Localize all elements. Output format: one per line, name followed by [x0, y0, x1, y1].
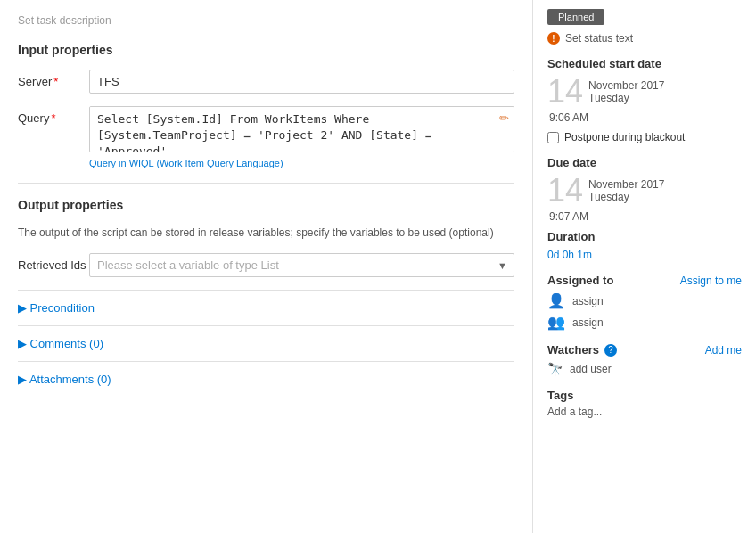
retrieved-ids-row: Retrieved Ids Please select a variable o… [18, 253, 514, 277]
assign-group-label: assign [572, 316, 604, 329]
due-day: 14 [547, 175, 583, 207]
output-description: The output of the script can be stored i… [18, 225, 514, 241]
assign-person-label: assign [572, 295, 604, 308]
assign-person-row[interactable]: 👤 assign [547, 292, 742, 309]
query-required: * [51, 111, 55, 125]
query-row: Query* Select [System.Id] From WorkItems… [18, 106, 514, 168]
assigned-to-section: Assigned to Assign to me 👤 assign 👥 assi… [547, 274, 742, 331]
start-day: 14 [547, 76, 583, 108]
info-icon: ! [547, 32, 560, 45]
server-required: * [53, 75, 58, 88]
server-input-wrapper [89, 70, 514, 94]
task-description-placeholder[interactable]: Set task description [18, 14, 514, 27]
tags-title: Tags [547, 389, 742, 402]
duration-section: Duration 0d 0h 1m [547, 230, 742, 261]
assigned-to-header: Assigned to Assign to me [547, 274, 742, 287]
due-time: 9:07 AM [547, 210, 742, 223]
server-label: Server* [18, 70, 89, 88]
assigned-to-title: Assigned to [547, 274, 613, 287]
due-date-title: Due date [547, 156, 742, 169]
comments-label: ▶ Comments (0) [18, 337, 103, 350]
divider-1 [18, 183, 514, 184]
tags-section: Tags Add a tag... [547, 389, 742, 418]
precondition-section[interactable]: ▶ Precondition [18, 290, 514, 325]
due-weekday: Tuesday [588, 191, 664, 203]
add-user-label: add user [570, 363, 612, 375]
add-user-row[interactable]: 🔭 add user [547, 362, 742, 376]
start-time: 9:06 AM [547, 111, 742, 124]
status-text[interactable]: Set status text [565, 32, 633, 45]
postpone-checkbox[interactable] [547, 132, 559, 144]
postpone-label: Postpone during blackout [564, 131, 685, 144]
server-row: Server* [18, 70, 514, 94]
duration-value: 0d 0h 1m [547, 249, 742, 261]
output-properties-title: Output properties [18, 198, 514, 212]
query-textarea[interactable]: Select [System.Id] From WorkItems Where … [89, 106, 514, 152]
status-row: ! Set status text [547, 32, 742, 45]
retrieved-ids-select-wrapper: Please select a variable of type List ▼ [89, 253, 514, 277]
help-icon[interactable]: ? [604, 344, 617, 357]
start-date-text: November 2017 Tuesday [588, 76, 664, 104]
duration-title: Duration [547, 230, 742, 243]
retrieved-ids-label: Retrieved Ids [18, 253, 89, 272]
retrieved-ids-select[interactable]: Please select a variable of type List [89, 253, 514, 277]
due-date-text: November 2017 Tuesday [588, 175, 664, 203]
planned-badge: Planned [547, 9, 604, 25]
comments-section[interactable]: ▶ Comments (0) [18, 325, 514, 361]
watchers-section: Watchers ? Add me 🔭 add user [547, 343, 742, 376]
watchers-header: Watchers ? Add me [547, 343, 742, 357]
postpone-row: Postpone during blackout [547, 131, 742, 144]
input-properties-title: Input properties [18, 43, 514, 57]
scheduled-start-date-display: 14 November 2017 Tuesday [547, 76, 742, 108]
assign-group-row[interactable]: 👥 assign [547, 314, 742, 331]
query-wrapper: Select [System.Id] From WorkItems Where … [89, 106, 514, 168]
query-hint[interactable]: Query in WIQL (Work Item Query Language) [89, 158, 514, 168]
attachments-section[interactable]: ▶ Attachments (0) [18, 361, 514, 397]
scheduled-start-title: Scheduled start date [547, 57, 742, 70]
start-month-year: November 2017 [588, 79, 664, 92]
attachments-label: ▶ Attachments (0) [18, 373, 111, 386]
watchers-title: Watchers [547, 343, 599, 357]
query-edit-icon[interactable]: ✏ [499, 111, 509, 125]
add-me-link[interactable]: Add me [705, 344, 742, 357]
person-icon: 👤 [547, 292, 565, 309]
add-tag-link[interactable]: Add a tag... [547, 406, 742, 418]
start-weekday: Tuesday [588, 92, 664, 104]
server-input[interactable] [89, 70, 514, 94]
assign-to-me-link[interactable]: Assign to me [680, 275, 742, 287]
watchers-title-group: Watchers ? [547, 343, 617, 357]
binoculars-icon: 🔭 [547, 362, 563, 376]
precondition-label: ▶ Precondition [18, 301, 94, 315]
due-date-display: 14 November 2017 Tuesday [547, 175, 742, 207]
query-label: Query* [18, 106, 89, 125]
group-icon: 👥 [547, 314, 565, 331]
due-month-year: November 2017 [588, 178, 664, 191]
